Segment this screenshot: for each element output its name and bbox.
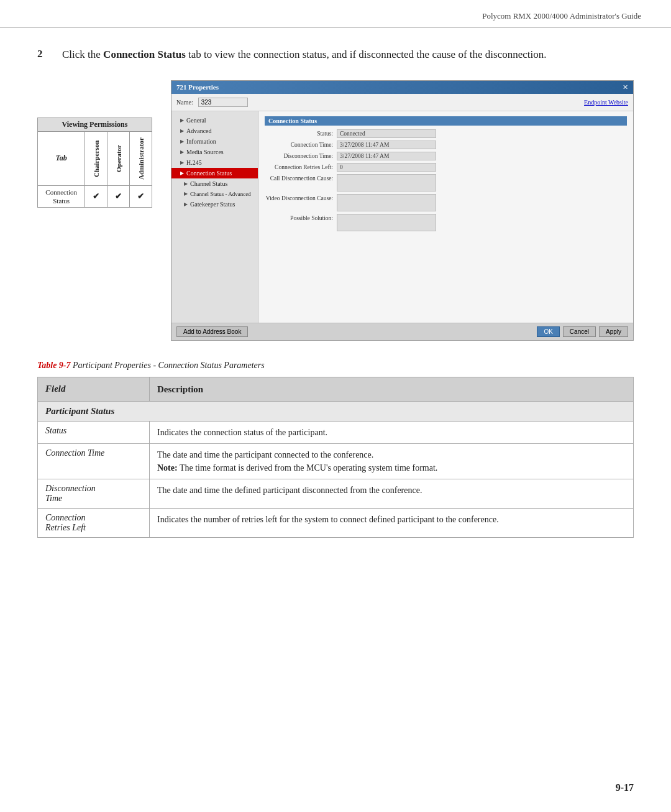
arrow-icon: ▶: [184, 181, 188, 187]
field-row-status: Status: Connected: [265, 129, 627, 138]
field-row-video-disconn-cause: Video Disconnection Cause:: [265, 194, 627, 211]
field-row-retries-left: Connection Retries Left: 0: [265, 163, 627, 172]
cancel-button[interactable]: Cancel: [563, 326, 596, 337]
arrow-icon: ▶: [180, 118, 184, 123]
nav-item-general[interactable]: ▶ General: [171, 115, 258, 126]
col-header-field: Field: [38, 377, 150, 402]
connection-time-label: Connection Time:: [265, 141, 333, 148]
nav-item-gatekeeper-status[interactable]: ▶ Gatekeeper Status: [171, 199, 258, 210]
disconnection-time-value: 3/27/2008 11:47 AM: [337, 152, 436, 160]
table-row: Connection Time The date and time the pa…: [38, 444, 634, 479]
status-label: Status:: [265, 129, 333, 137]
tab-col-header: Tab: [38, 131, 85, 185]
nav-item-advanced[interactable]: ▶ Advanced: [171, 126, 258, 136]
field-connection-time: Connection Time: [38, 444, 150, 479]
step-number: 2: [37, 48, 51, 60]
nav-item-media-sources[interactable]: ▶ Media Sources: [171, 147, 258, 157]
nav-item-h245[interactable]: ▶ H.245: [171, 157, 258, 168]
desc-disconnection-time: The date and time the defined participan…: [150, 479, 634, 509]
name-input[interactable]: [198, 98, 248, 107]
dialog-body: ▶ General ▶ Advanced ▶ Information ▶ Med…: [171, 111, 633, 323]
arrow-icon: ▶: [184, 201, 188, 207]
data-table: Field Description Participant Status Sta…: [37, 377, 634, 538]
add-address-book-button[interactable]: Add to Address Book: [176, 326, 248, 337]
endpoint-website-link[interactable]: Endpoint Website: [584, 99, 628, 106]
step-text-after: tab to view the connection status, and i…: [186, 48, 547, 60]
connection-time-value: 3/27/2008 11:47 AM: [337, 141, 436, 149]
field-row-connection-time: Connection Time: 3/27/2008 11:47 AM: [265, 141, 627, 149]
possible-solution-label: Possible Solution:: [265, 214, 333, 221]
field-retries-left: ConnectionRetries Left: [38, 509, 150, 538]
field-row-disconnection-time: Disconnection Time: 3/27/2008 11:47 AM: [265, 152, 627, 160]
arrow-icon: ▶: [180, 139, 184, 144]
table-description: Participant Properties - Connection Stat…: [73, 361, 265, 370]
arrow-icon: ▶: [184, 191, 188, 196]
field-row-call-disconn-cause: Call Disconnection Cause:: [265, 174, 627, 191]
table-row: ConnectionRetries Left Indicates the num…: [38, 509, 634, 538]
dialog-close-button[interactable]: ✕: [623, 83, 628, 91]
permissions-table-header: Viewing Permissions: [38, 118, 152, 131]
video-disconn-value: [337, 194, 436, 211]
retries-left-label: Connection Retries Left:: [265, 163, 333, 170]
arrow-icon: ▶: [180, 170, 184, 176]
page-header: Polycom RMX 2000/4000 Administrator's Gu…: [0, 0, 671, 28]
section-title: Connection Status: [265, 116, 627, 126]
middle-section: Viewing Permissions Tab Chairperson Oper…: [37, 80, 634, 341]
table-number: Table 9-7: [37, 361, 71, 370]
retries-left-value: 0: [337, 163, 436, 172]
administrator-col-header: Administrator: [130, 131, 152, 185]
section-row: Participant Status: [38, 402, 634, 422]
table-row: ConnectionStatus ✔ ✔ ✔: [38, 185, 152, 208]
arrow-icon: ▶: [180, 149, 184, 155]
dialog-content: Connection Status Status: Connected Conn…: [258, 111, 633, 323]
step-instruction: 2 Click the Connection Status tab to vie…: [37, 47, 634, 63]
table-caption: Table 9-7 Participant Properties - Conne…: [37, 361, 634, 371]
dialog-nav: ▶ General ▶ Advanced ▶ Information ▶ Med…: [171, 111, 258, 323]
disconnection-time-label: Disconnection Time:: [265, 152, 333, 159]
nav-item-channel-status-advanced[interactable]: ▶ Channel Status - Advanced: [171, 189, 258, 199]
field-row-possible-solution: Possible Solution:: [265, 214, 627, 231]
step-highlighted: Connection Status: [103, 48, 186, 60]
desc-retries-left: Indicates the number of retries left for…: [150, 509, 634, 538]
field-disconnection-time: DisconnectionTime: [38, 479, 150, 509]
operator-check: ✔: [107, 185, 130, 208]
permissions-table-wrap: Viewing Permissions Tab Chairperson Oper…: [37, 118, 152, 208]
arrow-icon: ▶: [180, 128, 184, 134]
permissions-table: Viewing Permissions Tab Chairperson Oper…: [37, 118, 152, 208]
name-label: Name:: [176, 99, 193, 106]
note-label: Note:: [157, 463, 178, 473]
tab-name-cell: ConnectionStatus: [38, 185, 85, 208]
arrow-icon: ▶: [180, 160, 184, 165]
note-text: The time format is derived from the MCU'…: [178, 463, 438, 473]
dialog-footer: Add to Address Book OK Cancel Apply: [171, 323, 633, 340]
possible-solution-value: [337, 214, 436, 231]
call-disconn-label: Call Disconnection Cause:: [265, 174, 333, 182]
ok-button[interactable]: OK: [537, 326, 559, 337]
dialog-screenshot: 721 Properties ✕ Name: Endpoint Website …: [171, 80, 634, 341]
field-status: Status: [38, 422, 150, 444]
dialog-titlebar: 721 Properties ✕: [171, 81, 633, 94]
administrator-check: ✔: [130, 185, 152, 208]
table-row: Status Indicates the connection status o…: [38, 422, 634, 444]
chairperson-col-header: Chairperson: [85, 131, 107, 185]
apply-button[interactable]: Apply: [599, 326, 628, 337]
header-title: Polycom RMX 2000/4000 Administrator's Gu…: [482, 11, 641, 21]
call-disconn-value: [337, 174, 436, 191]
chairperson-check: ✔: [85, 185, 107, 208]
nav-item-connection-status[interactable]: ▶ Connection Status: [171, 168, 258, 178]
desc-connection-time: The date and time the participant connec…: [150, 444, 634, 479]
step-text: Click the Connection Status tab to view …: [62, 47, 546, 63]
status-value: Connected: [337, 129, 436, 138]
operator-col-header: Operator: [107, 131, 130, 185]
page-number: 9-17: [616, 782, 634, 793]
video-disconn-label: Video Disconnection Cause:: [265, 194, 333, 201]
desc-connection-time-text: The date and time the participant connec…: [157, 450, 373, 459]
section-label: Participant Status: [38, 402, 634, 422]
nav-item-information[interactable]: ▶ Information: [171, 136, 258, 147]
table-row: DisconnectionTime The date and time the …: [38, 479, 634, 509]
desc-status: Indicates the connection status of the p…: [150, 422, 634, 444]
col-header-description: Description: [150, 377, 634, 402]
dialog-title: 721 Properties: [176, 83, 219, 91]
nav-item-channel-status[interactable]: ▶ Channel Status: [171, 178, 258, 189]
